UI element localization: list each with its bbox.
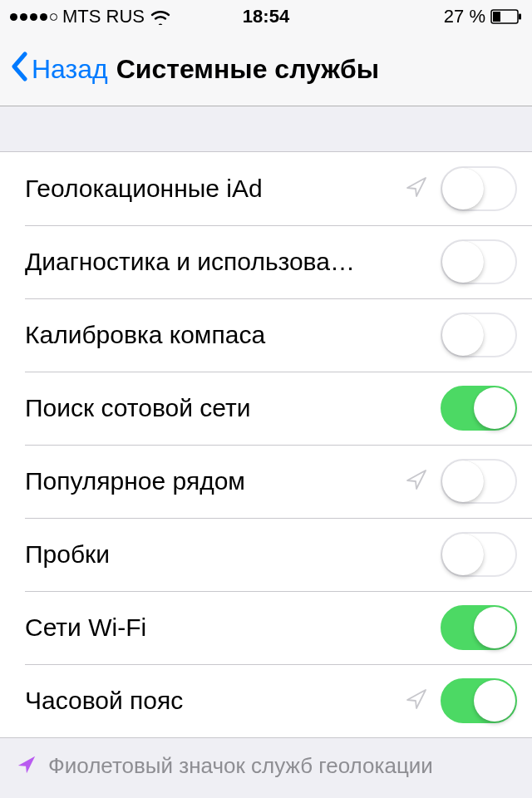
row-label: Поиск сотовой сети xyxy=(25,394,441,422)
row-popular-nearby[interactable]: Популярное рядом xyxy=(0,445,532,518)
row-label: Пробки xyxy=(25,540,441,569)
toggle-popular-nearby[interactable] xyxy=(441,459,517,504)
signal-dots xyxy=(10,13,57,21)
back-button[interactable]: Назад xyxy=(10,52,108,88)
row-label: Сети Wi-Fi xyxy=(25,613,441,642)
nav-bar: Назад Системные службы xyxy=(0,33,532,106)
toggle-iad[interactable] xyxy=(441,166,517,211)
back-label: Назад xyxy=(32,54,108,85)
battery-icon xyxy=(490,9,522,24)
row-cell-search[interactable]: Поиск сотовой сети xyxy=(0,372,532,445)
row-label: Популярное рядом xyxy=(25,467,406,495)
toggle-timezone[interactable] xyxy=(441,678,517,723)
row-wifi[interactable]: Сети Wi-Fi xyxy=(0,591,532,664)
location-arrow-icon xyxy=(406,469,427,494)
toggle-wifi[interactable] xyxy=(441,605,517,650)
row-label: Часовой пояс xyxy=(25,687,406,715)
toggle-diagnostics[interactable] xyxy=(441,239,517,284)
status-time: 18:54 xyxy=(243,6,289,27)
toggle-cell-search[interactable] xyxy=(441,386,517,431)
row-label: Геолокационные iAd xyxy=(25,175,406,203)
status-left: MTS RUS xyxy=(10,6,171,27)
row-label: Диагностика и использова… xyxy=(25,248,441,276)
svg-rect-2 xyxy=(519,14,521,20)
carrier-label: MTS RUS xyxy=(62,6,145,27)
row-traffic[interactable]: Пробки xyxy=(0,518,532,591)
settings-list: Геолокационные iAd Диагностика и использ… xyxy=(0,151,532,738)
location-arrow-icon xyxy=(406,688,427,713)
svg-rect-1 xyxy=(493,12,500,22)
row-timezone[interactable]: Часовой пояс xyxy=(0,664,532,737)
location-arrow-purple-icon xyxy=(17,755,37,778)
row-compass[interactable]: Калибровка компаса xyxy=(0,298,532,372)
toggle-compass[interactable] xyxy=(441,313,517,357)
section-spacer xyxy=(0,106,532,151)
location-arrow-icon xyxy=(406,176,427,201)
footer: Фиолетовый значок служб геолокации xyxy=(0,738,532,779)
status-bar: MTS RUS 18:54 27 % xyxy=(0,0,532,33)
row-label: Калибровка компаса xyxy=(25,321,441,349)
status-right: 27 % xyxy=(444,6,522,27)
toggle-traffic[interactable] xyxy=(441,532,517,577)
row-diagnostics[interactable]: Диагностика и использова… xyxy=(0,225,532,298)
page-title: Системные службы xyxy=(116,54,379,85)
row-iad[interactable]: Геолокационные iAd xyxy=(0,152,532,225)
chevron-left-icon xyxy=(10,52,28,88)
wifi-icon xyxy=(150,8,171,25)
battery-percent: 27 % xyxy=(444,6,485,27)
footer-text: Фиолетовый значок служб геолокации xyxy=(48,753,433,779)
